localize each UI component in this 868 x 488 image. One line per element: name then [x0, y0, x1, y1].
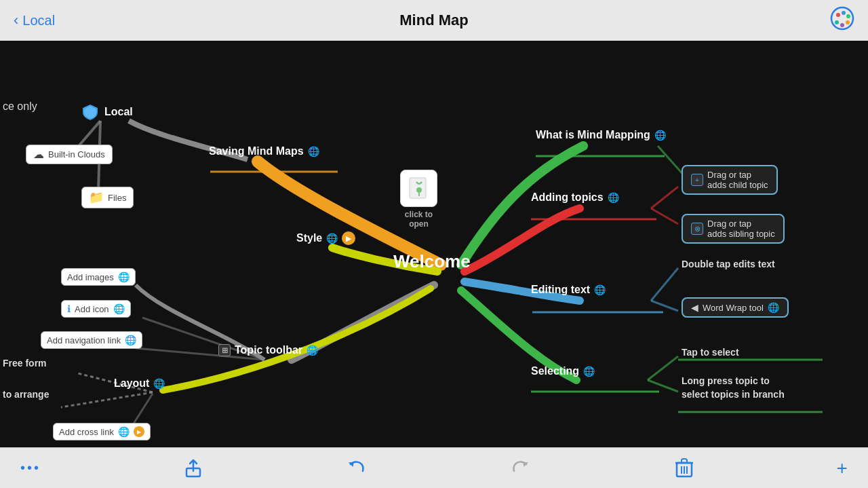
- back-button[interactable]: ‹ Local: [14, 12, 55, 29]
- folder-icon: 📁: [89, 190, 104, 205]
- svg-line-10: [651, 268, 678, 301]
- globe-icon: 🌐: [153, 378, 165, 389]
- svg-line-13: [648, 380, 678, 392]
- grid-menu-icon: ⊞: [218, 344, 231, 356]
- files-node[interactable]: 📁 Files: [81, 187, 134, 208]
- globe-icon: 🌐: [307, 345, 318, 356]
- bottom-toolbar: ••• +: [0, 447, 868, 488]
- globe-icon: 🌐: [594, 284, 606, 295]
- globe-icon: 🌐: [326, 233, 338, 244]
- globe-icon: 🌐: [308, 146, 319, 157]
- svg-point-29: [416, 187, 422, 193]
- svg-point-4: [846, 20, 850, 24]
- clouds-node[interactable]: ☁ Built-in Clouds: [26, 145, 113, 164]
- document-icon: [407, 176, 431, 201]
- add-nav-node[interactable]: Add navigation link 🌐: [41, 331, 142, 349]
- globe-icon: 🌐: [654, 130, 666, 140]
- free-form-node: Free form: [3, 357, 47, 369]
- svg-line-9: [651, 208, 678, 224]
- palette-button[interactable]: [830, 6, 854, 35]
- word-wrap-node: ◀ Word Wrap tool 🌐: [682, 297, 789, 318]
- globe-icon: 🌐: [113, 303, 125, 314]
- editing-text-node: Editing text 🌐: [531, 284, 606, 296]
- what-is-node: What is Mind Mapping 🌐: [536, 129, 666, 141]
- add-icon-node[interactable]: ℹ Add icon 🌐: [61, 300, 131, 318]
- share-icon: [184, 459, 203, 478]
- welcome-node: Welcome: [393, 251, 471, 272]
- click-open-icon[interactable]: [400, 170, 437, 207]
- svg-point-2: [842, 11, 846, 15]
- style-node: Style 🌐 ▶: [296, 231, 355, 245]
- back-label: Local: [22, 13, 55, 29]
- device-only-node: ce only: [3, 100, 37, 113]
- shield-icon: [81, 103, 99, 121]
- plus-icon: +: [691, 174, 703, 186]
- globe-icon: 🌐: [125, 335, 136, 345]
- play-icon: ▶: [342, 231, 355, 245]
- undo-button[interactable]: [345, 457, 367, 479]
- add-cross-node[interactable]: Add cross link 🌐 ▶: [53, 423, 151, 440]
- mind-map-canvas: Welcome click toopen What is Mind Mappin…: [0, 41, 868, 447]
- drag-sibling-node: ⊗ Drag or tapadds sibling topic: [682, 214, 785, 244]
- svg-point-1: [836, 13, 840, 17]
- undo-icon: [345, 457, 367, 479]
- local-node: Local: [81, 103, 133, 121]
- svg-line-8: [651, 187, 678, 208]
- svg-line-12: [648, 356, 678, 380]
- share-button[interactable]: [184, 459, 203, 478]
- top-navigation-bar: ‹ Local Mind Map: [0, 0, 868, 41]
- svg-line-11: [651, 301, 678, 311]
- redo-icon: [510, 457, 532, 479]
- globe-icon: 🌐: [583, 366, 595, 377]
- adding-topics-node: Adding topics 🌐: [531, 191, 619, 204]
- play-icon: ▶: [134, 426, 144, 437]
- more-button[interactable]: •••: [20, 460, 41, 476]
- layout-node: Layout 🌐: [114, 377, 165, 390]
- svg-point-5: [840, 23, 844, 27]
- globe-icon: 🌐: [608, 192, 619, 203]
- grid-icon: ⊗: [691, 223, 703, 235]
- chevron-left-icon: ‹: [14, 12, 18, 29]
- globe-icon: 🌐: [118, 426, 130, 437]
- globe-icon: 🌐: [118, 271, 130, 282]
- globe-icon: 🌐: [768, 302, 779, 313]
- double-tap-node: Double tap edits text: [682, 258, 775, 270]
- drag-child-node: + Drag or tapadds child topic: [682, 165, 778, 195]
- topic-toolbar-node: ⊞ Topic toolbar 🌐: [218, 344, 318, 356]
- delete-button[interactable]: [675, 457, 694, 479]
- more-icon: •••: [20, 460, 41, 476]
- info-icon: ℹ: [67, 303, 71, 314]
- tap-select-node: Tap to select: [682, 346, 739, 358]
- svg-point-6: [835, 20, 839, 24]
- add-images-node[interactable]: Add images 🌐: [61, 268, 136, 286]
- selecting-node: Selecting 🌐: [531, 365, 595, 377]
- click-open-label: click toopen: [405, 210, 433, 229]
- svg-line-7: [658, 146, 685, 176]
- cloud-icon: ☁: [33, 148, 44, 161]
- click-to-open-node[interactable]: click toopen: [400, 170, 437, 229]
- clouds-label: Built-in Clouds: [48, 149, 105, 159]
- plus-icon: +: [837, 457, 848, 479]
- svg-line-19: [61, 392, 153, 407]
- page-title: Mind Map: [399, 12, 468, 29]
- trash-icon: [675, 457, 694, 479]
- redo-button[interactable]: [510, 457, 532, 479]
- to-arrange-node: to arrange: [3, 388, 49, 400]
- saving-node: Saving Mind Maps 🌐: [209, 145, 319, 157]
- svg-point-3: [846, 14, 850, 18]
- add-button[interactable]: +: [837, 457, 848, 479]
- palette-icon: [830, 6, 854, 31]
- files-label: Files: [108, 193, 126, 203]
- long-press-node: Long press topic toselect topics in bran…: [682, 375, 785, 401]
